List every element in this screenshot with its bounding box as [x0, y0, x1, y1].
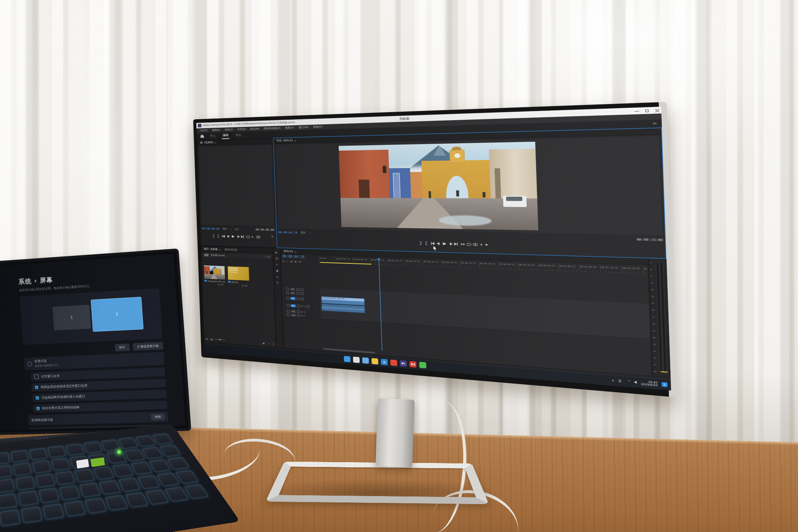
source-transport-controls[interactable]: +	[202, 233, 275, 240]
eye-icon[interactable]	[301, 298, 304, 301]
checkbox-checked-icon[interactable]	[35, 386, 38, 389]
detect-button[interactable]: 检测	[151, 414, 165, 421]
panel-menu-icon[interactable]: ≡	[294, 139, 296, 142]
menu-item[interactable]: 窗口(W)	[296, 126, 311, 130]
multi-display-row[interactable]: 多显示器 选择显示器的显示方式	[24, 352, 164, 370]
taskbar-app-icon[interactable]	[419, 362, 426, 368]
timeline-tool-icon[interactable]: ▤	[290, 260, 292, 263]
menu-item[interactable]: 视图(V)	[283, 126, 296, 130]
menu-item[interactable]: 帮助(H)	[311, 125, 325, 129]
wifi-icon[interactable]	[626, 380, 630, 383]
mute-badge[interactable]: M	[301, 311, 303, 313]
menu-item[interactable]: 文件(F)	[198, 129, 210, 133]
sync-lock-icon[interactable]	[297, 314, 300, 317]
tool-icon[interactable]: ⇿	[276, 263, 278, 266]
menu-item[interactable]: 序列(S)	[235, 128, 248, 131]
clip-name[interactable]: AntiguaArch01.mp4	[204, 280, 225, 283]
transport-icons[interactable]	[417, 241, 494, 247]
lock-icon[interactable]	[287, 310, 290, 312]
timeline-tab[interactable]: 序列 01≡	[283, 249, 296, 253]
source-resolution-dropdown[interactable]: 1/2	[235, 228, 239, 231]
track-a1-chip[interactable]: A1	[290, 304, 296, 307]
sequence-name[interactable]: 序列 01	[228, 281, 249, 284]
mute-badge[interactable]: M	[301, 314, 303, 316]
close-icon[interactable]	[655, 108, 660, 112]
home-icon[interactable]	[200, 135, 204, 138]
display-2-rect[interactable]: 2	[91, 297, 144, 332]
program-zoom-dropdown[interactable]: 适合	[300, 231, 306, 235]
tool-icon[interactable]: T	[277, 282, 279, 285]
new-item-icon[interactable]: ＋	[267, 342, 270, 345]
lock-icon[interactable]	[286, 291, 289, 294]
panel-menu-icon[interactable]: ≡	[215, 141, 217, 144]
track-a3-chip[interactable]: A3	[291, 314, 296, 316]
clip-thumbnail[interactable]	[204, 265, 225, 279]
timeline-scrollbar[interactable]	[323, 348, 375, 354]
eye-icon[interactable]	[300, 288, 304, 291]
lock-icon[interactable]	[286, 304, 289, 307]
taskbar-app-icon[interactable]: 64	[409, 361, 417, 368]
track-a2-chip[interactable]: A2	[291, 310, 296, 312]
lock-icon[interactable]	[286, 297, 289, 300]
media-browser-tab[interactable]: 媒体浏览器	[225, 248, 237, 251]
identify-button[interactable]: 标识	[115, 343, 130, 351]
source-tab[interactable]: 源: (无剪辑)≡	[200, 140, 217, 144]
display-option-row[interactable]: 根据监视器连接情况记住窗口位置	[32, 379, 166, 392]
transport-icons[interactable]	[211, 234, 265, 239]
notification-badge[interactable]: 1	[662, 382, 668, 387]
tool-icon[interactable]: ►	[275, 251, 278, 254]
timeline-tool-icon[interactable]: ⊞	[282, 259, 284, 263]
volume-icon[interactable]	[634, 381, 637, 384]
sync-lock-icon[interactable]	[296, 288, 300, 291]
sync-lock-icon[interactable]	[296, 297, 300, 300]
mic-icon[interactable]	[306, 305, 310, 308]
sequence-thumbnail[interactable]	[227, 266, 249, 281]
workspace-tab-edit[interactable]: 编辑	[222, 132, 229, 139]
panel-menu-icon[interactable]: ≡	[219, 248, 221, 251]
list-view-icon[interactable]: ▤	[205, 337, 208, 340]
tool-icon[interactable]: ◫	[275, 257, 278, 260]
taskbar-app-icon[interactable]: e	[381, 359, 387, 365]
tool-icon[interactable]: ▭	[276, 276, 279, 279]
icon-view-icon[interactable]: ▦	[211, 338, 213, 340]
workspace-overflow[interactable]: ≫	[652, 121, 657, 126]
new-bin-icon[interactable]: ▣	[263, 342, 265, 344]
ime-indicator[interactable]: 英	[618, 379, 622, 383]
sync-lock-icon[interactable]	[297, 310, 300, 313]
track-v1-chip[interactable]: V1	[290, 297, 296, 300]
taskbar-app-icon[interactable]	[344, 356, 351, 362]
detect-display-row[interactable]: 检测其他显示器 检测	[28, 411, 168, 425]
sync-lock-icon[interactable]	[297, 305, 300, 307]
menu-item[interactable]: 剪辑(C)	[223, 128, 235, 132]
add-button-icon[interactable]: +	[271, 235, 274, 239]
thumbnail-zoom-slider[interactable]	[215, 339, 225, 340]
solo-badge[interactable]: S	[304, 311, 305, 313]
lock-icon[interactable]	[286, 287, 289, 290]
track-v3-chip[interactable]: V3	[290, 288, 295, 291]
checkbox-checked-icon[interactable]	[36, 407, 40, 410]
timeline-tool-icon[interactable]: ⌖	[286, 260, 288, 263]
workspace-tab-import[interactable]: 导入	[209, 133, 217, 139]
maximize-icon[interactable]	[645, 109, 650, 112]
taskbar-app-icon[interactable]	[371, 358, 378, 364]
remember-positions-row[interactable]: 记住窗口位置	[31, 368, 165, 381]
taskbar-app-icon[interactable]	[390, 360, 397, 366]
menu-item[interactable]: 编辑(E)	[210, 129, 223, 132]
solo-badge[interactable]: S	[304, 315, 305, 317]
display-option-row[interactable]: 轻松在显示器之间移动光标	[33, 401, 168, 413]
project-tab[interactable]: 项目: 无标题≡	[203, 247, 221, 251]
menu-item[interactable]: 标记(M)	[248, 127, 261, 131]
checkbox-checked-icon[interactable]	[36, 396, 39, 399]
extend-displays-dropdown[interactable]: 扩展这些显示器	[133, 342, 164, 351]
sync-lock-icon[interactable]	[296, 292, 300, 295]
menu-item[interactable]: 图形和标题(G)	[262, 127, 282, 131]
source-zoom-dropdown[interactable]: 适合	[223, 227, 227, 231]
taskbar-app-icon[interactable]: Pr	[400, 360, 407, 367]
tool-icon[interactable]: ◆	[276, 270, 279, 273]
lock-icon[interactable]	[287, 313, 290, 316]
trash-icon[interactable]: ▯	[273, 342, 275, 345]
solo-badge[interactable]: S	[304, 305, 305, 307]
panel-menu-icon[interactable]: ≡	[294, 250, 296, 253]
workspace-tab-export[interactable]: 导出	[235, 132, 242, 138]
taskbar-app-icon[interactable]	[362, 357, 369, 364]
